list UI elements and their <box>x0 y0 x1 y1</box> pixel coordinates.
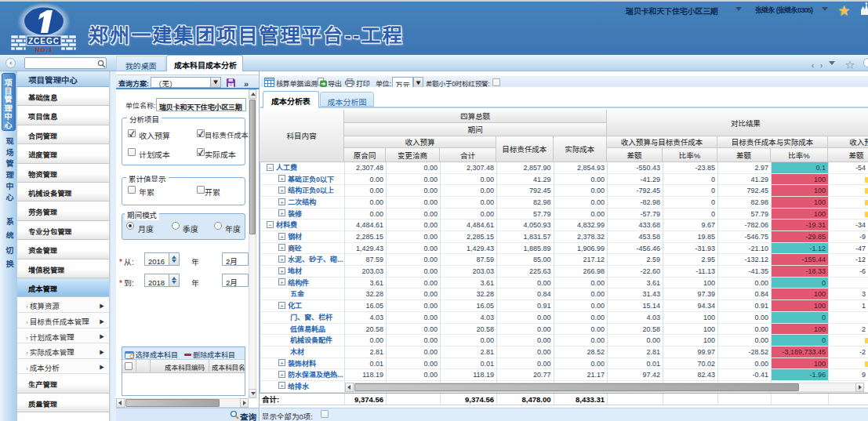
svg-text:ZCEGC: ZCEGC <box>28 37 60 45</box>
svg-text:NO.1: NO.1 <box>35 46 53 53</box>
